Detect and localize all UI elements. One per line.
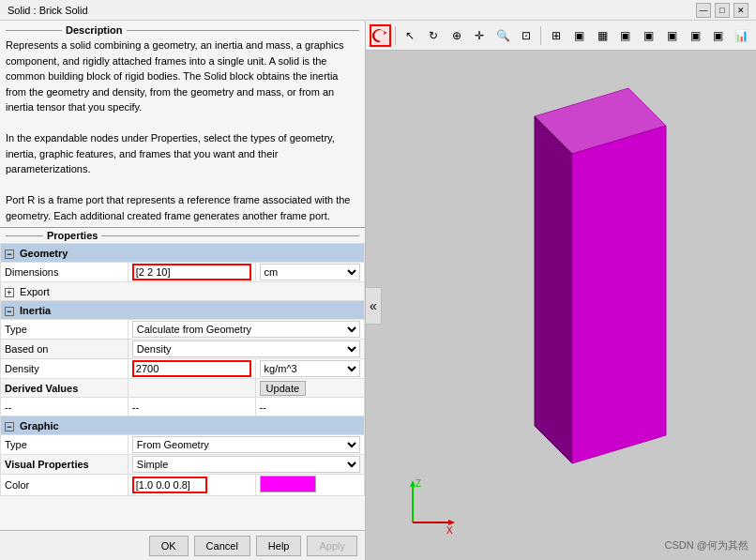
color-label: Color <box>1 475 129 496</box>
derived-col2: -- <box>128 398 255 416</box>
properties-section: Properties − Geometry Dimensions <box>0 227 365 530</box>
fit-toolbar-btn[interactable]: ⊞ <box>545 24 567 47</box>
color-input-cell[interactable] <box>128 475 255 496</box>
view-3d[interactable]: « Z X <box>366 51 756 560</box>
bottom-bar: OK Cancel Help Apply <box>0 530 365 560</box>
toolbar-sep-1 <box>395 26 396 45</box>
description-section: Description Represents a solid combining… <box>0 21 365 227</box>
main-layout: Description Represents a solid combining… <box>0 21 756 560</box>
inertia-group-header[interactable]: − Inertia <box>1 301 365 320</box>
view1-toolbar-btn[interactable]: ▣ <box>568 24 590 47</box>
derived-values-row: Derived Values Update <box>1 379 365 398</box>
axis-svg: Z X <box>394 476 455 537</box>
density-input[interactable] <box>132 360 251 377</box>
titlebar: Solid : Brick Solid — □ ✕ <box>0 0 756 21</box>
density-unit-cell[interactable]: kg/m^3 <box>255 359 364 379</box>
orbit-toolbar-btn[interactable]: ⊕ <box>446 24 467 47</box>
maximize-btn[interactable]: □ <box>715 3 730 18</box>
dimensions-unit-select[interactable]: cm m mm <box>260 264 360 280</box>
graphic-type-select[interactable]: From Geometry <box>132 436 360 453</box>
density-unit-select[interactable]: kg/m^3 <box>260 360 360 377</box>
derived-col1: -- <box>1 398 129 416</box>
export-label[interactable]: + Export <box>1 282 365 301</box>
dimensions-label: Dimensions <box>1 263 129 282</box>
brick-3d-svg <box>478 60 685 510</box>
toolbar: ↖ ↻ ⊕ ✛ 🔍 ⊡ ⊞ ▣ ▦ ▣ ▣ ▣ ▣ ▣ 📊 <box>366 21 756 51</box>
graphic-group-header[interactable]: − Graphic <box>1 416 365 435</box>
export-expand-icon[interactable]: + <box>5 288 14 297</box>
props-table-element: − Geometry Dimensions cm m <box>0 243 365 496</box>
density-label: Density <box>1 359 129 379</box>
properties-header: Properties <box>0 228 365 243</box>
cancel-button[interactable]: Cancel <box>194 536 250 556</box>
view5-toolbar-btn[interactable]: ▣ <box>661 24 683 47</box>
visual-props-cell[interactable]: Simple <box>128 455 364 475</box>
based-on-select[interactable]: Density <box>132 341 360 357</box>
graphic-type-cell[interactable]: From Geometry <box>128 435 364 455</box>
axis-indicator: Z X <box>394 476 450 532</box>
svg-text:Z: Z <box>416 478 421 489</box>
minimize-btn[interactable]: — <box>696 3 711 18</box>
color-swatch[interactable] <box>260 476 316 492</box>
view2-toolbar-btn[interactable]: ▦ <box>592 24 613 47</box>
help-button[interactable]: Help <box>256 536 302 556</box>
inertia-type-label: Type <box>1 320 129 340</box>
description-text: Represents a solid combining a geometry,… <box>6 38 359 223</box>
apply-button[interactable]: Apply <box>307 536 357 556</box>
inertia-type-row: Type Calculate from Geometry <box>1 320 365 340</box>
pointer-toolbar-btn[interactable]: ↖ <box>400 24 421 47</box>
toolbar-sep-2 <box>540 26 541 45</box>
ok-button[interactable]: OK <box>149 536 189 556</box>
derived-values-label: Derived Values <box>1 379 129 398</box>
view4-toolbar-btn[interactable]: ▣ <box>638 24 659 47</box>
right-panel: ↖ ↻ ⊕ ✛ 🔍 ⊡ ⊞ ▣ ▦ ▣ ▣ ▣ ▣ ▣ 📊 « <box>366 21 756 560</box>
dimensions-unit-cell[interactable]: cm m mm <box>255 263 364 282</box>
zoom-toolbar-btn[interactable]: 🔍 <box>492 24 514 47</box>
inertia-type-cell[interactable]: Calculate from Geometry <box>128 320 364 340</box>
inertia-type-select[interactable]: Calculate from Geometry <box>132 321 360 338</box>
zoombox-toolbar-btn[interactable]: ⊡ <box>516 24 537 47</box>
graphic-expand-icon[interactable]: − <box>5 422 14 431</box>
derived-data-row: -- -- -- <box>1 398 365 416</box>
window-title: Solid : Brick Solid <box>8 5 88 16</box>
based-on-row: Based on Density <box>1 340 365 359</box>
color-input[interactable] <box>132 477 207 493</box>
based-on-label: Based on <box>1 340 129 359</box>
dimensions-value-cell[interactable] <box>128 263 255 282</box>
visual-props-label: Visual Properties <box>1 455 129 475</box>
refresh-toolbar-btn[interactable] <box>370 24 391 47</box>
view3-toolbar-btn[interactable]: ▣ <box>614 24 636 47</box>
update-button[interactable]: Update <box>260 381 306 396</box>
properties-table[interactable]: − Geometry Dimensions cm m <box>0 243 365 530</box>
graph-toolbar-btn[interactable]: 📊 <box>731 24 752 47</box>
density-row: Density kg/m^3 <box>1 359 365 379</box>
collapse-arrow[interactable]: « <box>366 287 382 325</box>
rotate2-toolbar-btn[interactable]: ↻ <box>423 24 445 47</box>
graphic-type-label: Type <box>1 435 129 455</box>
derived-values-update-cell[interactable]: Update <box>255 379 364 398</box>
left-panel: Description Represents a solid combining… <box>0 21 366 560</box>
visual-props-row: Visual Properties Simple <box>1 455 365 475</box>
export-row[interactable]: + Export <box>1 282 365 301</box>
view7-toolbar-btn[interactable]: ▣ <box>707 24 729 47</box>
visual-props-select[interactable]: Simple <box>132 456 360 473</box>
inertia-expand-icon[interactable]: − <box>5 307 14 316</box>
svg-marker-2 <box>572 126 666 463</box>
density-value-cell[interactable] <box>128 359 255 379</box>
color-swatch-cell[interactable] <box>255 475 364 496</box>
svg-text:X: X <box>446 525 453 536</box>
based-on-cell[interactable]: Density <box>128 340 364 359</box>
pan-toolbar-btn[interactable]: ✛ <box>469 24 491 47</box>
geometry-expand-icon[interactable]: − <box>5 250 14 259</box>
svg-marker-1 <box>535 116 572 463</box>
color-row: Color <box>1 475 365 496</box>
view6-toolbar-btn[interactable]: ▣ <box>685 24 706 47</box>
graphic-type-row: Type From Geometry <box>1 435 365 455</box>
close-btn[interactable]: ✕ <box>733 3 748 18</box>
refresh-icon <box>372 28 387 43</box>
dimensions-input[interactable] <box>132 264 251 280</box>
description-header: Description <box>6 24 359 36</box>
dimensions-row: Dimensions cm m mm <box>1 263 365 282</box>
geometry-group-header[interactable]: − Geometry <box>1 244 365 263</box>
window-controls[interactable]: — □ ✕ <box>696 3 748 18</box>
